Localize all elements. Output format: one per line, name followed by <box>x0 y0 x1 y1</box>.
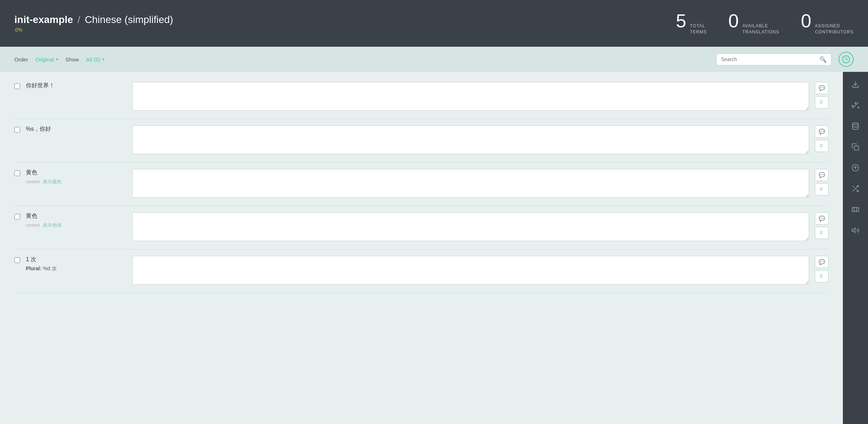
format-button-2[interactable]: F <box>815 140 828 152</box>
header-stats: 5 TOTAL TERMS 0 AVAILABLE TRANSLATIONS 0… <box>676 11 854 35</box>
order-label: Order <box>14 56 28 63</box>
database-icon[interactable] <box>846 117 864 135</box>
svg-rect-4 <box>854 146 859 150</box>
stat-label-terms: TOTAL TERMS <box>690 23 707 35</box>
search-input[interactable] <box>721 56 817 62</box>
plural-row-5: Plural: %d 次 <box>26 266 126 272</box>
language-name: Chinese (simplified) <box>85 14 173 25</box>
translation-textarea-1[interactable] <box>132 82 809 112</box>
megaphone-icon[interactable] <box>846 221 864 239</box>
comment-button-4[interactable]: 💬 <box>815 212 828 225</box>
source-text-5: 1 次 Plural: %d 次 <box>26 256 126 272</box>
svg-marker-13 <box>852 228 855 233</box>
table-row: 你好世界！ 💬 F <box>14 75 828 119</box>
order-dropdown[interactable]: Original ▾ <box>35 56 58 63</box>
translation-textarea-3[interactable] <box>132 169 809 199</box>
stat-total-terms: 5 TOTAL TERMS <box>676 11 707 35</box>
show-label: Show <box>65 56 79 63</box>
comment-button-3[interactable]: 💬 <box>815 169 828 181</box>
row-actions-3: 💬 F <box>815 169 828 195</box>
svg-line-9 <box>853 186 855 188</box>
svg-point-3 <box>853 123 859 125</box>
translation-input-5[interactable] <box>132 256 809 285</box>
right-sidebar <box>843 72 868 424</box>
separator: / <box>78 14 80 25</box>
row-checkbox-4[interactable] <box>14 214 20 220</box>
order-value: Original <box>35 56 54 63</box>
stat-assigned-contributors: 0 ASSIGNED CONTRIBUTORS <box>801 11 854 35</box>
order-chevron-icon: ▾ <box>56 57 58 62</box>
download-icon[interactable] <box>846 75 864 93</box>
comment-button-1[interactable]: 💬 <box>815 82 828 94</box>
stat-number-translations: 0 <box>728 11 739 30</box>
magic-wand-icon[interactable] <box>846 96 864 114</box>
source-text-2: %s，你好 <box>26 125 126 133</box>
shuffle-icon[interactable] <box>846 180 864 198</box>
timer-icon[interactable] <box>846 201 864 218</box>
progress-label: 0% <box>14 27 676 33</box>
table-row: %s，你好 💬 F <box>14 119 828 162</box>
format-button-5[interactable]: F <box>815 270 828 282</box>
copy-icon[interactable] <box>846 138 864 156</box>
translation-textarea-5[interactable] <box>132 256 809 286</box>
stat-available-translations: 0 AVAILABLE TRANSLATIONS <box>728 11 779 35</box>
show-value: All (5) <box>86 56 100 63</box>
header: init-example / Chinese (simplified) 0% 5… <box>0 0 868 47</box>
translation-textarea-4[interactable] <box>132 212 809 243</box>
table-row: 黄色 context 表示颜色 💬 F <box>14 162 828 206</box>
table-row: 1 次 Plural: %d 次 💬 F <box>14 249 828 293</box>
search-icon[interactable]: 🔍 <box>819 56 827 63</box>
comment-button-2[interactable]: 💬 <box>815 125 828 138</box>
stat-label-contributors: ASSIGNED CONTRIBUTORS <box>815 23 854 35</box>
translation-textarea-2[interactable] <box>132 125 809 156</box>
toolbar: Order Original ▾ Show All (5) ▾ 🔍 <box>0 47 868 72</box>
translation-input-1[interactable] <box>132 82 809 111</box>
translation-input-4[interactable] <box>132 212 809 241</box>
row-actions-1: 💬 F <box>815 82 828 109</box>
context-row-3: context 表示颜色 <box>26 179 126 185</box>
row-actions-2: 💬 F <box>815 125 828 152</box>
format-button-1[interactable]: F <box>815 96 828 109</box>
row-checkbox-5[interactable] <box>14 257 20 263</box>
context-row-4: context 表示色情 <box>26 222 126 229</box>
header-title: init-example / Chinese (simplified) 0% <box>14 14 676 33</box>
format-button-4[interactable]: F <box>815 227 828 239</box>
stat-label-translations: AVAILABLE TRANSLATIONS <box>742 23 779 35</box>
comment-button-5[interactable]: 💬 <box>815 256 828 268</box>
table-row: 黄色 context 表示色情 💬 F <box>14 206 828 249</box>
source-text-4: 黄色 context 表示色情 <box>26 212 126 229</box>
row-actions-4: 💬 F <box>815 212 828 239</box>
main-content: 你好世界！ 💬 F %s，你好 💬 F <box>0 72 868 424</box>
row-checkbox-2[interactable] <box>14 127 20 133</box>
show-dropdown[interactable]: All (5) ▾ <box>86 56 105 63</box>
row-checkbox-3[interactable] <box>14 170 20 176</box>
activity-icon-button[interactable] <box>839 52 854 67</box>
translation-input-2[interactable] <box>132 125 809 154</box>
show-chevron-icon: ▾ <box>102 57 105 62</box>
source-text-1: 你好世界！ <box>26 82 126 89</box>
stat-number-terms: 5 <box>676 11 686 30</box>
row-actions-5: 💬 F <box>815 256 828 282</box>
translations-list: 你好世界！ 💬 F %s，你好 💬 F <box>0 72 843 424</box>
format-button-3[interactable]: F <box>815 183 828 195</box>
project-name: init-example <box>14 14 73 25</box>
row-checkbox-1[interactable] <box>14 83 20 89</box>
source-text-3: 黄色 context 表示颜色 <box>26 169 126 185</box>
stat-number-contributors: 0 <box>801 11 811 30</box>
svg-rect-10 <box>852 208 859 212</box>
translation-input-3[interactable] <box>132 169 809 198</box>
search-box[interactable]: 🔍 <box>716 54 831 65</box>
upload-icon[interactable] <box>846 159 864 177</box>
